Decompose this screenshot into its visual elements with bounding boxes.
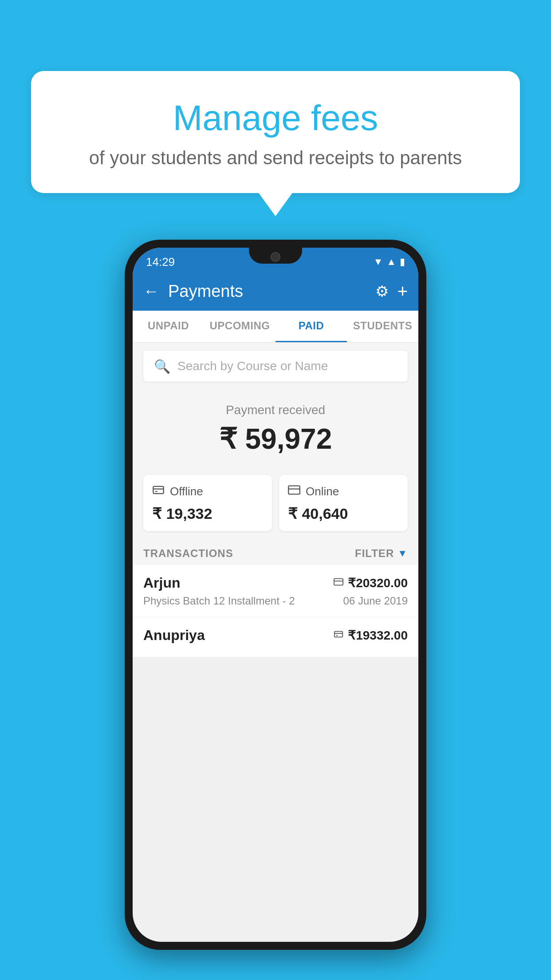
- tabs-bar: UNPAID UPCOMING PAID STUDENTS: [133, 311, 418, 343]
- svg-rect-0: [153, 486, 163, 494]
- phone-device: 14:29 ▼ ▲ ▮ ← Payments ⚙ + UNPAID: [125, 240, 426, 950]
- online-card: Online ₹ 40,640: [279, 475, 408, 531]
- payment-type-icon: [334, 629, 343, 642]
- filter-label: FILTER: [355, 547, 394, 560]
- search-icon: 🔍: [154, 359, 170, 374]
- transactions-label: TRANSACTIONS: [143, 547, 233, 560]
- transactions-header: TRANSACTIONS FILTER ▼: [133, 540, 418, 565]
- offline-card-header: Offline: [152, 484, 263, 499]
- offline-amount: ₹ 19,332: [152, 505, 263, 522]
- svg-rect-3: [288, 486, 300, 494]
- search-box[interactable]: 🔍 Search by Course or Name: [143, 351, 408, 382]
- filter-button[interactable]: FILTER ▼: [355, 547, 408, 560]
- status-time: 14:29: [146, 255, 175, 269]
- bubble-title: Manage fees: [58, 98, 493, 138]
- table-row[interactable]: Anupriya ₹19332.00: [133, 617, 418, 657]
- offline-label: Offline: [170, 485, 203, 498]
- transaction-list: Arjun ₹20320.00 Physics: [133, 565, 418, 657]
- add-button[interactable]: +: [398, 281, 408, 301]
- speech-bubble: Manage fees of your students and send re…: [31, 71, 520, 193]
- search-input[interactable]: Search by Course or Name: [177, 359, 328, 373]
- bubble-subtitle: of your students and send receipts to pa…: [58, 147, 493, 169]
- status-icons: ▼ ▲ ▮: [373, 256, 405, 268]
- payment-label: Payment received: [143, 403, 408, 417]
- back-button[interactable]: ←: [143, 282, 159, 300]
- payment-section: Payment received ₹ 59,972: [133, 390, 418, 475]
- filter-icon: ▼: [398, 548, 408, 559]
- search-container: 🔍 Search by Course or Name: [133, 343, 418, 390]
- tab-unpaid[interactable]: UNPAID: [133, 311, 204, 342]
- transaction-course: Physics Batch 12 Installment - 2: [143, 595, 295, 607]
- settings-icon[interactable]: ⚙: [375, 282, 389, 300]
- transaction-amount-wrapper: ₹19332.00: [334, 628, 408, 643]
- online-card-header: Online: [288, 484, 399, 499]
- online-label: Online: [306, 485, 339, 498]
- battery-icon: ▮: [400, 256, 405, 268]
- phone-screen: 14:29 ▼ ▲ ▮ ← Payments ⚙ + UNPAID: [133, 248, 418, 942]
- transaction-amount: ₹19332.00: [348, 628, 408, 643]
- transaction-name: Anupriya: [143, 627, 205, 644]
- table-row[interactable]: Arjun ₹20320.00 Physics: [133, 565, 418, 617]
- phone-outer: 14:29 ▼ ▲ ▮ ← Payments ⚙ + UNPAID: [125, 240, 426, 950]
- transaction-amount-wrapper: ₹20320.00: [334, 576, 408, 590]
- svg-rect-5: [334, 578, 343, 585]
- online-icon: [288, 484, 300, 499]
- svg-rect-7: [335, 631, 342, 637]
- wifi-icon: ▼: [373, 256, 383, 268]
- offline-icon: [152, 484, 165, 499]
- tab-students[interactable]: STUDENTS: [347, 311, 418, 342]
- phone-camera: [271, 252, 280, 262]
- offline-card: Offline ₹ 19,332: [143, 475, 272, 531]
- page-title: Payments: [168, 282, 366, 301]
- tab-upcoming[interactable]: UPCOMING: [204, 311, 276, 342]
- payment-amount: ₹ 59,972: [143, 423, 408, 455]
- transaction-amount: ₹20320.00: [348, 576, 408, 590]
- transaction-name: Arjun: [143, 575, 181, 591]
- tab-paid[interactable]: PAID: [276, 311, 347, 342]
- cards-row: Offline ₹ 19,332 Online ₹ 4: [133, 475, 418, 540]
- payment-type-icon: [334, 577, 343, 589]
- app-header: ← Payments ⚙ +: [133, 272, 418, 311]
- online-amount: ₹ 40,640: [288, 505, 399, 522]
- transaction-date: 06 June 2019: [343, 595, 408, 607]
- phone-notch: [249, 248, 302, 264]
- signal-icon: ▲: [386, 256, 396, 268]
